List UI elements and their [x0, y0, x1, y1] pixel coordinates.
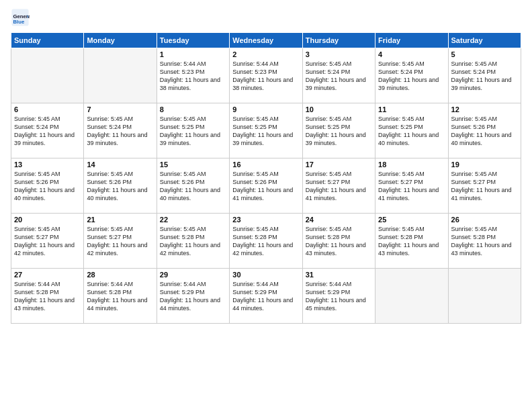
- calendar-cell: 31 Sunrise: 5:44 AM Sunset: 5:29 PM Dayl…: [302, 269, 375, 324]
- calendar-cell: 17 Sunrise: 5:45 AM Sunset: 5:27 PM Dayl…: [302, 158, 375, 214]
- daylight-text: Daylight: 11 hours and 39 minutes.: [306, 131, 372, 147]
- sunset-text: Sunset: 5:27 PM: [14, 233, 81, 241]
- day-number: 30: [232, 271, 299, 279]
- sunset-text: Sunset: 5:23 PM: [232, 68, 299, 76]
- day-number: 26: [451, 216, 518, 224]
- calendar-cell: 10 Sunrise: 5:45 AM Sunset: 5:25 PM Dayl…: [302, 103, 375, 158]
- daylight-text: Daylight: 11 hours and 39 minutes.: [451, 76, 518, 92]
- day-number: 4: [378, 50, 445, 58]
- calendar-cell: 2 Sunrise: 5:44 AM Sunset: 5:23 PM Dayli…: [230, 48, 302, 103]
- sunrise-text: Sunrise: 5:45 AM: [451, 170, 518, 178]
- sunrise-text: Sunrise: 5:45 AM: [160, 115, 226, 123]
- sunrise-text: Sunrise: 5:45 AM: [14, 225, 81, 233]
- daylight-text: Daylight: 11 hours and 42 minutes.: [160, 241, 226, 257]
- page: General Blue SundayMondayTuesdayWednesda…: [0, 0, 532, 411]
- day-number: 14: [87, 161, 153, 169]
- weekday-header-thursday: Thursday: [302, 33, 375, 48]
- sunset-text: Sunset: 5:29 PM: [232, 288, 299, 296]
- sunrise-text: Sunrise: 5:45 AM: [378, 115, 445, 123]
- sunrise-text: Sunrise: 5:45 AM: [378, 60, 445, 68]
- sunset-text: Sunset: 5:26 PM: [14, 178, 81, 186]
- day-number: 2: [232, 50, 299, 58]
- day-number: 17: [306, 161, 372, 169]
- sunset-text: Sunset: 5:28 PM: [451, 233, 518, 241]
- calendar-cell: 25 Sunrise: 5:45 AM Sunset: 5:28 PM Dayl…: [375, 214, 448, 269]
- daylight-text: Daylight: 11 hours and 41 minutes.: [451, 186, 518, 202]
- daylight-text: Daylight: 11 hours and 39 minutes.: [378, 76, 445, 92]
- daylight-text: Daylight: 11 hours and 38 minutes.: [232, 76, 299, 92]
- calendar-cell: 12 Sunrise: 5:45 AM Sunset: 5:26 PM Dayl…: [448, 103, 521, 158]
- calendar-cell: 20 Sunrise: 5:45 AM Sunset: 5:27 PM Dayl…: [11, 214, 84, 269]
- day-number: 12: [451, 105, 518, 113]
- calendar-cell: 3 Sunrise: 5:45 AM Sunset: 5:24 PM Dayli…: [302, 48, 375, 103]
- sunset-text: Sunset: 5:24 PM: [451, 68, 518, 76]
- calendar-cell: 5 Sunrise: 5:45 AM Sunset: 5:24 PM Dayli…: [448, 48, 521, 103]
- day-number: 27: [14, 271, 81, 279]
- daylight-text: Daylight: 11 hours and 45 minutes.: [306, 296, 372, 312]
- daylight-text: Daylight: 11 hours and 44 minutes.: [87, 296, 153, 312]
- sunrise-text: Sunrise: 5:45 AM: [14, 115, 81, 123]
- sunrise-text: Sunrise: 5:45 AM: [306, 170, 372, 178]
- header: General Blue: [11, 8, 521, 27]
- weekday-header-friday: Friday: [375, 33, 448, 48]
- sunset-text: Sunset: 5:25 PM: [378, 123, 445, 131]
- daylight-text: Daylight: 11 hours and 38 minutes.: [160, 76, 226, 92]
- daylight-text: Daylight: 11 hours and 43 minutes.: [378, 241, 445, 257]
- calendar-cell: [448, 269, 521, 324]
- day-number: 1: [160, 50, 226, 58]
- daylight-text: Daylight: 11 hours and 39 minutes.: [232, 131, 299, 147]
- daylight-text: Daylight: 11 hours and 42 minutes.: [232, 241, 299, 257]
- calendar-cell: [375, 269, 448, 324]
- sunset-text: Sunset: 5:28 PM: [14, 288, 81, 296]
- sunrise-text: Sunrise: 5:45 AM: [451, 115, 518, 123]
- sunrise-text: Sunrise: 5:44 AM: [87, 280, 153, 288]
- calendar-cell: 8 Sunrise: 5:45 AM Sunset: 5:25 PM Dayli…: [157, 103, 229, 158]
- sunset-text: Sunset: 5:28 PM: [232, 233, 299, 241]
- weekday-header-saturday: Saturday: [448, 33, 521, 48]
- sunrise-text: Sunrise: 5:44 AM: [14, 280, 81, 288]
- day-number: 5: [451, 50, 518, 58]
- daylight-text: Daylight: 11 hours and 43 minutes.: [451, 241, 518, 257]
- calendar-week-3: 13 Sunrise: 5:45 AM Sunset: 5:26 PM Dayl…: [11, 158, 521, 214]
- sunset-text: Sunset: 5:28 PM: [306, 233, 372, 241]
- weekday-header-tuesday: Tuesday: [157, 33, 229, 48]
- weekday-header-sunday: Sunday: [11, 33, 84, 48]
- sunrise-text: Sunrise: 5:45 AM: [232, 225, 299, 233]
- calendar-cell: 11 Sunrise: 5:45 AM Sunset: 5:25 PM Dayl…: [375, 103, 448, 158]
- sunrise-text: Sunrise: 5:45 AM: [451, 225, 518, 233]
- calendar-cell: 23 Sunrise: 5:45 AM Sunset: 5:28 PM Dayl…: [230, 214, 302, 269]
- daylight-text: Daylight: 11 hours and 41 minutes.: [378, 186, 445, 202]
- sunrise-text: Sunrise: 5:44 AM: [232, 60, 299, 68]
- logo: General Blue: [11, 8, 32, 27]
- sunset-text: Sunset: 5:29 PM: [306, 288, 372, 296]
- sunrise-text: Sunrise: 5:45 AM: [232, 115, 299, 123]
- sunset-text: Sunset: 5:28 PM: [160, 233, 226, 241]
- calendar-week-2: 6 Sunrise: 5:45 AM Sunset: 5:24 PM Dayli…: [11, 103, 521, 158]
- daylight-text: Daylight: 11 hours and 40 minutes.: [14, 186, 81, 202]
- day-number: 19: [451, 161, 518, 169]
- calendar-cell: 21 Sunrise: 5:45 AM Sunset: 5:27 PM Dayl…: [84, 214, 157, 269]
- daylight-text: Daylight: 11 hours and 41 minutes.: [306, 186, 372, 202]
- day-number: 11: [378, 105, 445, 113]
- sunset-text: Sunset: 5:24 PM: [87, 123, 153, 131]
- sunset-text: Sunset: 5:23 PM: [160, 68, 226, 76]
- day-number: 25: [378, 216, 445, 224]
- weekday-header-row: SundayMondayTuesdayWednesdayThursdayFrid…: [11, 33, 521, 48]
- sunset-text: Sunset: 5:28 PM: [378, 233, 445, 241]
- daylight-text: Daylight: 11 hours and 40 minutes.: [378, 131, 445, 147]
- sunset-text: Sunset: 5:26 PM: [160, 178, 226, 186]
- day-number: 3: [306, 50, 372, 58]
- sunrise-text: Sunrise: 5:45 AM: [87, 225, 153, 233]
- calendar-cell: 7 Sunrise: 5:45 AM Sunset: 5:24 PM Dayli…: [84, 103, 157, 158]
- calendar-cell: 22 Sunrise: 5:45 AM Sunset: 5:28 PM Dayl…: [157, 214, 229, 269]
- sunrise-text: Sunrise: 5:45 AM: [160, 170, 226, 178]
- calendar-cell: 9 Sunrise: 5:45 AM Sunset: 5:25 PM Dayli…: [230, 103, 302, 158]
- sunrise-text: Sunrise: 5:45 AM: [306, 115, 372, 123]
- day-number: 13: [14, 161, 81, 169]
- day-number: 31: [306, 271, 372, 279]
- sunset-text: Sunset: 5:27 PM: [306, 178, 372, 186]
- daylight-text: Daylight: 11 hours and 39 minutes.: [160, 131, 226, 147]
- calendar-cell: 14 Sunrise: 5:45 AM Sunset: 5:26 PM Dayl…: [84, 158, 157, 214]
- calendar-cell: 15 Sunrise: 5:45 AM Sunset: 5:26 PM Dayl…: [157, 158, 229, 214]
- calendar-cell: 6 Sunrise: 5:45 AM Sunset: 5:24 PM Dayli…: [11, 103, 84, 158]
